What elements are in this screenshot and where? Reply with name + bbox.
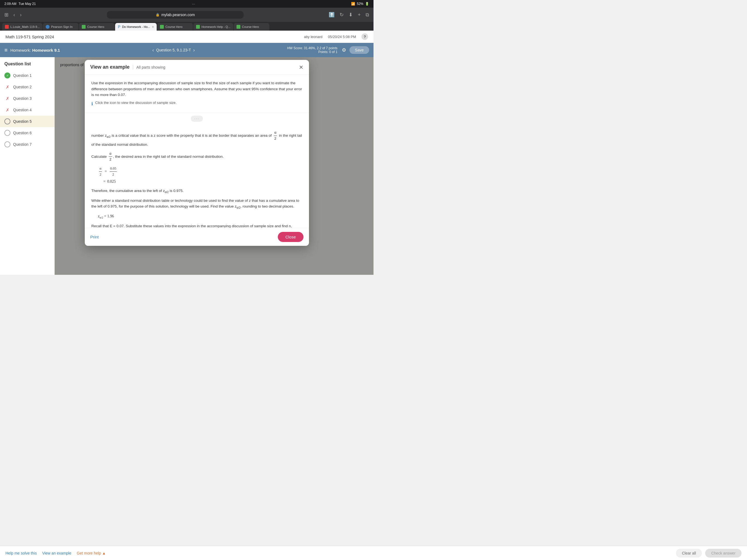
math-block-1: α2 = 0.052 = 0.025 <box>98 166 302 184</box>
content-area: proportions of men and women who View an… <box>55 57 374 275</box>
tab-favicon-1 <box>5 25 9 29</box>
new-tab-btn[interactable]: + <box>357 11 362 19</box>
sidebar-item-q2[interactable]: ✗ Question 2 <box>0 81 54 93</box>
tab-course-hero-3[interactable]: Course Hero <box>234 23 269 31</box>
settings-btn[interactable]: ⚙ <box>342 47 346 53</box>
modal-section-1: Use the expression in the accompanying d… <box>85 75 309 113</box>
separator: ··· <box>85 113 309 124</box>
sub-alpha-2b: α/2 <box>165 190 169 194</box>
hw-name: Homework 9.1 <box>32 48 60 52</box>
menu-btn[interactable]: ≡ <box>4 47 8 53</box>
sub-alpha-2d: α/2 <box>100 216 103 219</box>
sidebar: Question list ✓ Question 1 ✗ Question 2 … <box>0 57 55 275</box>
tab-do-homework[interactable]: P Do Homework - Ho... ✕ <box>115 23 157 31</box>
tab-close-btn[interactable]: ✕ <box>152 25 154 28</box>
q6-status-icon <box>4 130 10 136</box>
forward-btn[interactable]: › <box>19 11 23 19</box>
next-question-btn[interactable]: › <box>193 47 195 53</box>
fraction-rhs: 0.052 <box>110 166 117 177</box>
modal-p3: Therefore, the cumulative area to the le… <box>91 188 302 195</box>
q4-label: Question 4 <box>13 108 32 112</box>
modal-close-btn[interactable]: ✕ <box>299 65 304 70</box>
modal-close-bottom-btn[interactable]: Close <box>278 232 304 242</box>
math-block-z: zα/2 = 1.96 <box>98 213 302 220</box>
tab-icon-do-homework: P <box>118 25 120 29</box>
modal-p1: number zα/2 is a critical value that is … <box>91 130 302 147</box>
reload-btn[interactable]: ↻ <box>338 11 345 19</box>
sidebar-item-q7[interactable]: Question 7 <box>0 138 54 150</box>
q5-label: Question 5 <box>13 119 32 124</box>
sub-alpha-2a: α/2 <box>107 135 110 138</box>
modal-header: View an example All parts showing ✕ <box>85 60 309 75</box>
sidebar-item-q3[interactable]: ✗ Question 3 <box>0 93 54 104</box>
info-icon: ℹ <box>91 100 93 107</box>
tab-1[interactable]: L.Louie_Math 119-9... <box>2 23 42 31</box>
modal-section1-text: Use the expression in the accompanying d… <box>91 80 302 98</box>
q4-status-icon: ✗ <box>4 107 10 113</box>
tab-label-ch3: Course Hero <box>242 25 259 28</box>
q1-label: Question 1 <box>13 73 32 78</box>
q3-status-icon: ✗ <box>4 96 10 101</box>
tab-course-hero-2[interactable]: Course Hero <box>157 23 193 31</box>
modal-p2: Calculate α2, the desired area in the ri… <box>91 151 302 163</box>
browser-tabs: L.Louie_Math 119-9... Pearson Sign In Co… <box>0 22 374 31</box>
tab-label-ch2: Course Hero <box>165 25 182 28</box>
hw-label: Homework: Homework 9.1 <box>10 48 60 52</box>
tab-favicon-ch1 <box>82 25 85 29</box>
status-bar: 2:09 AM Tue May 21 ··· 📶 52% 🔋 <box>0 0 374 8</box>
browser-chrome: ⊞ ‹ › 🔒 mylab.pearson.com ⬆️ ↻ ⬇ + ⧉ <box>0 8 374 22</box>
q7-label: Question 7 <box>13 142 32 147</box>
tabs-btn[interactable]: ⧉ <box>364 11 370 19</box>
hw-header: ≡ Homework: Homework 9.1 ‹ Question 5, 9… <box>0 43 374 57</box>
fraction-alpha-calc: α2 <box>109 151 112 163</box>
tab-label-ch1: Course Hero <box>87 25 104 28</box>
user-name: aby leonard <box>304 35 323 39</box>
help-btn[interactable]: ? <box>361 33 368 40</box>
modal-subtitle: All parts showing <box>133 65 165 70</box>
sidebar-item-q6[interactable]: Question 6 <box>0 127 54 138</box>
sidebar-item-q4[interactable]: ✗ Question 4 <box>0 104 54 116</box>
tab-label-pearson: Pearson Sign In <box>51 25 73 28</box>
save-btn[interactable]: Save <box>350 46 369 54</box>
q2-label: Question 2 <box>13 85 32 89</box>
battery-status: 52% <box>357 2 363 6</box>
val-025: 0.025 <box>107 179 116 184</box>
page-date: 05/20/24 5:08 PM <box>328 35 356 39</box>
sidebar-item-q1[interactable]: ✓ Question 1 <box>0 70 54 81</box>
sidebar-item-q5[interactable]: Question 5 <box>0 116 54 127</box>
address-bar[interactable]: 🔒 mylab.pearson.com <box>107 11 243 19</box>
tab-favicon-pearson <box>46 25 50 29</box>
tab-favicon-ch3 <box>236 25 240 29</box>
tab-label-do-homework: Do Homework - Ho... <box>122 25 150 28</box>
math-line-alpha: α2 = 0.052 <box>98 166 302 177</box>
sidebar-title: Question list <box>0 61 54 70</box>
download-btn[interactable]: ⬇ <box>347 11 354 19</box>
modal-body: Use the expression in the accompanying d… <box>85 75 309 228</box>
hw-points-text: Points: 0 of 1 <box>287 50 337 54</box>
battery-icon: 🔋 <box>365 2 369 6</box>
hw-score: HW Score: 31.46%, 2.2 of 7 points Points… <box>287 46 337 54</box>
status-dots: ··· <box>192 2 195 6</box>
question-nav-label: Question 5, 9.1.23-T <box>156 48 191 52</box>
modal-title: View an example <box>90 64 130 70</box>
print-btn[interactable]: Print <box>90 235 99 239</box>
status-date: Tue May 21 <box>19 2 36 6</box>
tab-homework-help[interactable]: Homework Help - Q... <box>193 23 233 31</box>
share-btn[interactable]: ⬆️ <box>328 11 336 19</box>
page-header: Math 119-571 Spring 2024 aby leonard 05/… <box>0 31 374 43</box>
tab-pearson-sign-in[interactable]: Pearson Sign In <box>43 23 78 31</box>
back-btn[interactable]: ‹ <box>12 11 16 19</box>
wifi-icon: 📶 <box>351 2 355 6</box>
q5-status-icon <box>4 119 10 124</box>
info-box: ℹ Click the icon to view the discussion … <box>91 100 302 107</box>
sidebar-toggle-btn[interactable]: ⊞ <box>3 11 9 19</box>
modal-p5: Recall that E = 0.07. Substitute these v… <box>91 223 302 228</box>
hw-score-text: HW Score: 31.46%, 2.2 of 7 points <box>287 46 337 50</box>
tab-label-hw-help: Homework Help - Q... <box>202 25 231 28</box>
url-text: mylab.pearson.com <box>161 12 195 17</box>
prev-question-btn[interactable]: ‹ <box>152 47 154 53</box>
view-example-modal: View an example All parts showing ✕ Use … <box>85 60 309 246</box>
tab-course-hero-1[interactable]: Course Hero <box>79 23 114 31</box>
page-title: Math 119-571 Spring 2024 <box>5 34 54 39</box>
eq2: = <box>103 179 106 184</box>
